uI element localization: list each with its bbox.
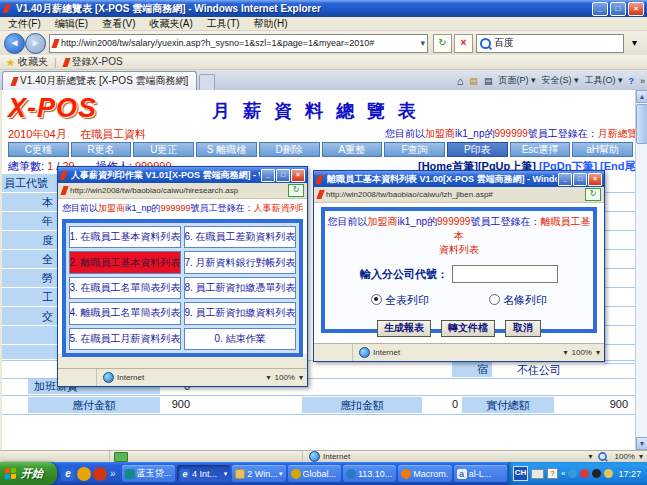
menu-item-6-attendance[interactable]: 6. 在職員工差勤資料列表: [184, 226, 296, 248]
menu-item-help[interactable]: 帮助(H): [254, 17, 288, 31]
scroll-down-icon[interactable]: ▼: [636, 437, 647, 450]
back-button[interactable]: ◄: [4, 33, 25, 54]
overflow-icon[interactable]: »: [110, 468, 116, 479]
tray-icon-blue[interactable]: [568, 469, 577, 478]
qq-tray-icon[interactable]: [592, 469, 601, 478]
minimize-button[interactable]: _: [261, 169, 275, 182]
btn-d-delete[interactable]: D刪除: [259, 142, 320, 157]
taskbar-item-113[interactable]: 113.10...: [343, 465, 396, 482]
btn-esc-select[interactable]: Esc選擇: [510, 142, 571, 157]
ie-quicklaunch-icon[interactable]: e: [61, 467, 75, 481]
refresh-button[interactable]: ↻: [433, 34, 452, 53]
zoom-level[interactable]: 100%: [572, 348, 592, 357]
btn-a-rebuild[interactable]: A重整: [322, 142, 383, 157]
refresh-icon[interactable]: ↻: [585, 188, 601, 201]
favorites-label[interactable]: 收藏夹: [18, 55, 48, 69]
printer-tray-icon[interactable]: [531, 469, 544, 479]
menu-item-5-active-salary[interactable]: 5. 在職員工月薪資料列表: [69, 328, 181, 350]
menu-item-9-withholding-data[interactable]: 9. 員工薪資扣繳資料列表: [184, 302, 296, 324]
new-tab-button[interactable]: [199, 74, 215, 90]
favorite-link[interactable]: 登錄X-POS: [72, 55, 123, 69]
address-field[interactable]: http://win2008/tw/salary/yuexin.asp?h_sy…: [49, 34, 428, 53]
btn-s-leave-file[interactable]: S 離職檔: [196, 142, 257, 157]
taskbar-item-lanyudai[interactable]: 蓝玉贷...: [122, 465, 175, 482]
maximize-button[interactable]: □: [573, 173, 587, 186]
address-dropdown-icon[interactable]: ▾: [420, 38, 425, 48]
menu-item-2-leave-basic[interactable]: 2. 離職員工基本資料列表: [69, 251, 181, 273]
btn-p-print[interactable]: P印表: [447, 142, 508, 157]
radio-unselected-icon[interactable]: [489, 294, 500, 305]
radio-full-table[interactable]: 全表列印: [371, 293, 429, 308]
close-button[interactable]: ×: [291, 169, 305, 182]
menu-item-7-bank-recon[interactable]: 7. 月薪資料銀行對帳列表: [184, 251, 296, 273]
cancel-button[interactable]: 取消: [505, 320, 541, 337]
taskbar-item-global[interactable]: Global...: [288, 465, 341, 482]
btn-r-rename[interactable]: R更名: [71, 142, 132, 157]
menu-item-3-active-roster[interactable]: 3. 在職員工名單簡表列表: [69, 277, 181, 299]
star-icon[interactable]: ★: [6, 57, 15, 68]
vertical-scrollbar[interactable]: ▲ ▼: [635, 90, 647, 450]
maximize-button[interactable]: □: [610, 2, 626, 16]
btn-c-file[interactable]: C更檔: [8, 142, 69, 157]
btn-h-help[interactable]: aH幫助: [572, 142, 633, 157]
dialog-leave-url[interactable]: http://win2008/tw/baobiao/caiwu/lzh_jibe…: [326, 190, 585, 199]
home-icon[interactable]: ⌂: [457, 75, 464, 87]
help-icon[interactable]: ?: [628, 76, 634, 86]
app-quicklaunch-icon[interactable]: [93, 467, 107, 481]
forward-button[interactable]: ►: [25, 33, 46, 54]
overflow-left-icon[interactable]: «: [561, 469, 565, 478]
zoom-dropdown-icon[interactable]: ▾: [299, 373, 303, 382]
menu-item-edit[interactable]: 编辑(E): [55, 17, 88, 31]
zoom-level[interactable]: 100%: [615, 452, 635, 461]
language-indicator[interactable]: CH: [513, 466, 528, 481]
radio-name-list[interactable]: 名條列印: [489, 293, 547, 308]
menu-item-4-leave-roster[interactable]: 4. 離職員工名單簡表列表: [69, 302, 181, 324]
dialog-print-url[interactable]: http://win2008/tw/baobiao/caiwu/hiresear…: [70, 186, 288, 195]
window-titlebar[interactable]: V1.40月薪總覽表 [X-POS 雲端商務網] - Windows Inter…: [0, 0, 647, 17]
menu-item-file[interactable]: 文件(F): [8, 17, 41, 31]
zoom-level[interactable]: 100%: [275, 373, 295, 382]
taskbar-item-document[interactable]: a al-L...: [454, 465, 507, 482]
tray-icon-yellow[interactable]: [604, 469, 613, 478]
taskbar-item-explorer-group[interactable]: 2 Win... ▾: [232, 465, 285, 482]
security-dropdown-icon[interactable]: ▾: [564, 348, 568, 357]
maximize-button[interactable]: □: [276, 169, 290, 182]
safety-menu[interactable]: 安全(S) ▾: [541, 74, 578, 87]
tray-icon-red[interactable]: [580, 469, 589, 478]
menu-item-1-active-basic[interactable]: 1. 在職員工基本資料列表: [69, 226, 181, 248]
clock[interactable]: 17:27: [618, 469, 641, 479]
menu-item-tools[interactable]: 工具(T): [207, 17, 240, 31]
security-dropdown-icon[interactable]: ▾: [589, 452, 593, 461]
dialog-leave-titlebar[interactable]: 離職員工基本資料列表 V1.00[X-POS 雲端商務網] - Windows.…: [314, 171, 604, 187]
btn-u-correct[interactable]: U更正: [133, 142, 194, 157]
print-icon[interactable]: ▤: [484, 76, 493, 86]
refresh-icon[interactable]: ↻: [288, 184, 304, 197]
dialog-print-titlebar[interactable]: 人事薪資列印作業 V1.01[X-POS 雲端商務網] - Win... _ □…: [58, 167, 307, 183]
tools-menu[interactable]: 工具(O) ▾: [584, 74, 622, 87]
generate-report-button[interactable]: 生成報表: [377, 320, 431, 337]
taskbar-item-macromedia[interactable]: Macrom...: [398, 465, 451, 482]
qq-quicklaunch-icon[interactable]: [77, 467, 91, 481]
search-text[interactable]: 百度: [494, 36, 514, 50]
minimize-button[interactable]: _: [592, 2, 608, 16]
menu-item-0-exit[interactable]: 0. 結束作業: [184, 328, 296, 350]
help-tray-icon[interactable]: ?: [547, 468, 558, 479]
page-menu[interactable]: 页面(P) ▾: [498, 74, 535, 87]
export-file-button[interactable]: 轉文件檔: [441, 320, 495, 337]
taskbar-item-ie-group[interactable]: e 4 Int... ▾: [177, 465, 230, 482]
search-input[interactable]: 百度: [476, 34, 624, 53]
stop-button[interactable]: ×: [454, 34, 473, 53]
zoom-dropdown-icon[interactable]: ▾: [596, 348, 600, 357]
address-url[interactable]: http://win2008/tw/salary/yuexin.asp?h_sy…: [61, 38, 420, 48]
menu-item-favorites[interactable]: 收藏夹(A): [149, 17, 192, 31]
branch-code-input[interactable]: [452, 265, 558, 283]
security-dropdown-icon[interactable]: ▾: [267, 373, 271, 382]
btn-f-query[interactable]: F查詢: [384, 142, 445, 157]
search-options-icon[interactable]: ▾: [626, 35, 643, 52]
start-button[interactable]: 开始: [0, 462, 57, 485]
zoom-dropdown-icon[interactable]: ▾: [639, 452, 643, 461]
feed-icon[interactable]: ▤: [469, 76, 478, 86]
scroll-up-icon[interactable]: ▲: [636, 90, 647, 103]
minimize-button[interactable]: _: [558, 173, 572, 186]
radio-selected-icon[interactable]: [371, 294, 382, 305]
